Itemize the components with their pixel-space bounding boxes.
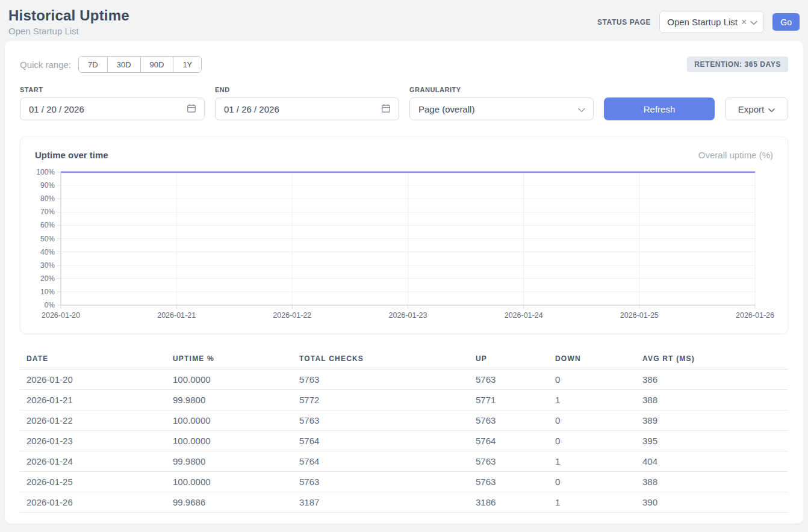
svg-text:20%: 20% <box>40 274 55 283</box>
table-row: 2026-01-22100.0000576357630389 <box>20 410 788 431</box>
column-header-down: DOWN <box>549 348 636 370</box>
column-header-total-checks: TOTAL CHECKS <box>293 348 469 370</box>
uptime-chart-svg: 0%10%20%30%40%50%60%70%80%90%100%2026-01… <box>35 167 774 323</box>
main-panel: Quick range: 7D 30D 90D 1Y RETENTION: 36… <box>5 41 803 524</box>
svg-text:2026-01-22: 2026-01-22 <box>273 311 311 320</box>
granularity-select[interactable]: Page (overall) <box>409 97 594 120</box>
end-date-input[interactable]: 01 / 26 / 2026 <box>215 97 399 120</box>
go-button[interactable]: Go <box>772 13 800 31</box>
uptime-chart-card: Uptime over time Overall uptime (%) 0%10… <box>20 137 788 334</box>
granularity-selected-value: Page (overall) <box>418 104 474 114</box>
table-row: 2026-01-25100.0000576357630388 <box>20 472 788 492</box>
status-page-selected-value: Open Startup List <box>667 17 738 27</box>
svg-text:2026-01-26: 2026-01-26 <box>736 311 774 320</box>
quick-range-7d-button[interactable]: 7D <box>79 57 107 72</box>
svg-text:10%: 10% <box>40 288 55 296</box>
start-date-input[interactable]: 01 / 20 / 2026 <box>20 97 205 120</box>
chart-title: Uptime over time <box>35 150 108 160</box>
top-header: Historical Uptime Open Startup List STAT… <box>5 0 803 41</box>
quick-range-label: Quick range: <box>20 60 71 70</box>
quick-range-segmented-control: 7D 30D 90D 1Y <box>78 56 202 73</box>
granularity-field: GRANULARITY Page (overall) <box>409 86 594 120</box>
table-row: 2026-01-2199.9800577257711388 <box>20 390 788 410</box>
export-button-label: Export <box>738 104 764 114</box>
chevron-down-icon <box>578 104 585 114</box>
column-header-date: DATE <box>20 348 166 370</box>
calendar-icon[interactable] <box>187 104 196 115</box>
table-row: 2026-01-23100.0000576457640395 <box>20 431 788 451</box>
chevron-down-icon <box>750 17 757 28</box>
quick-range-1y-button[interactable]: 1Y <box>173 57 201 72</box>
start-date-field: START 01 / 20 / 2026 <box>20 86 205 120</box>
svg-text:2026-01-25: 2026-01-25 <box>620 311 659 320</box>
svg-text:40%: 40% <box>40 248 55 256</box>
uptime-table: DATE UPTIME % TOTAL CHECKS UP DOWN AVG R… <box>20 348 788 513</box>
svg-text:2026-01-23: 2026-01-23 <box>389 311 427 320</box>
svg-text:50%: 50% <box>40 235 55 243</box>
status-page-select[interactable]: Open Startup List × <box>659 11 764 33</box>
uptime-table-header: DATE UPTIME % TOTAL CHECKS UP DOWN AVG R… <box>20 348 788 370</box>
chart-legend: Overall uptime (%) <box>698 150 773 160</box>
table-row: 2026-01-2499.9800576457631404 <box>20 451 788 472</box>
column-header-up: UP <box>469 348 549 370</box>
table-row: 2026-01-20100.0000576357630386 <box>20 370 788 390</box>
header-controls: STATUS PAGE Open Startup List × Go <box>597 11 800 33</box>
chevron-down-icon <box>768 104 775 114</box>
table-row: 2026-01-2699.9686318731861390 <box>20 492 788 513</box>
quick-range-group: Quick range: 7D 30D 90D 1Y <box>20 56 202 73</box>
quick-range-row: Quick range: 7D 30D 90D 1Y RETENTION: 36… <box>20 56 788 73</box>
svg-text:70%: 70% <box>40 208 55 216</box>
page-title: Historical Uptime <box>8 7 129 24</box>
column-header-uptime: UPTIME % <box>166 348 293 370</box>
end-date-field: END 01 / 26 / 2026 <box>215 86 399 120</box>
column-header-avg-rt: AVG RT (MS) <box>636 348 788 370</box>
chart-header: Uptime over time Overall uptime (%) <box>35 150 773 160</box>
svg-text:100%: 100% <box>36 168 55 176</box>
refresh-button[interactable]: Refresh <box>604 97 715 120</box>
retention-badge: RETENTION: 365 DAYS <box>687 57 788 72</box>
svg-text:0%: 0% <box>45 301 55 309</box>
quick-range-30d-button[interactable]: 30D <box>107 57 140 72</box>
title-block: Historical Uptime Open Startup List <box>8 7 129 36</box>
export-button[interactable]: Export <box>725 97 788 120</box>
granularity-label: GRANULARITY <box>409 86 594 93</box>
svg-text:80%: 80% <box>40 194 55 203</box>
page-subtitle: Open Startup List <box>8 26 129 36</box>
start-date-value: 01 / 20 / 2026 <box>29 104 84 114</box>
svg-text:90%: 90% <box>40 181 55 190</box>
start-date-label: START <box>20 86 205 93</box>
end-date-value: 01 / 26 / 2026 <box>224 104 279 114</box>
status-page-label: STATUS PAGE <box>597 18 651 26</box>
svg-text:2026-01-21: 2026-01-21 <box>157 311 196 320</box>
clear-selection-icon[interactable]: × <box>741 17 747 27</box>
quick-range-90d-button[interactable]: 90D <box>140 57 173 72</box>
svg-text:2026-01-24: 2026-01-24 <box>505 311 543 320</box>
uptime-table-body: 2026-01-20100.00005763576303862026-01-21… <box>20 370 788 513</box>
svg-text:2026-01-20: 2026-01-20 <box>42 311 80 320</box>
svg-text:30%: 30% <box>40 261 55 270</box>
end-date-label: END <box>215 86 399 93</box>
svg-text:60%: 60% <box>40 221 55 229</box>
page: Historical Uptime Open Startup List STAT… <box>0 0 808 524</box>
filters-row: START 01 / 20 / 2026 END 01 / 26 / 2026 <box>20 86 788 120</box>
calendar-icon[interactable] <box>381 104 391 115</box>
